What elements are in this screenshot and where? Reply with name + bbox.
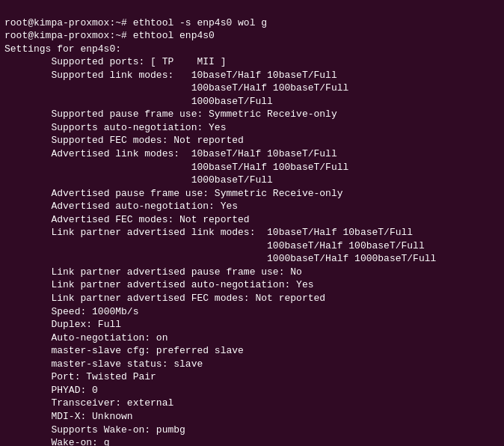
output-autoneg: Auto-negotiation: on	[4, 332, 168, 343]
output-advertised-link-1: Advertised link modes: 10baseT/Half 10ba…	[4, 148, 337, 159]
output-supported-pause: Supported pause frame use: Symmetric Rec…	[4, 109, 337, 120]
output-master-slave-cfg: master-slave cfg: preferred slave	[4, 345, 244, 356]
output-supported-link-modes-2: 100baseT/Half 100baseT/Full	[4, 82, 348, 94]
output-phyad: PHYAD: 0	[4, 385, 98, 396]
output-transceiver: Transceiver: external	[4, 397, 173, 409]
output-advertised-autoneg: Advertised auto-negotiation: Yes	[4, 201, 238, 212]
output-supports-wol: Supports Wake-on: pumbg	[4, 424, 185, 436]
output-lp-link-3: 1000baseT/Half 1000baseT/Full	[4, 253, 436, 264]
terminal-window[interactable]: root@kimpa-proxmox:~# ethtool -s enp4s0 …	[0, 0, 504, 446]
output-mdix: MDI-X: Unknown	[4, 411, 133, 422]
output-lp-fec: Link partner advertised FEC modes: Not r…	[4, 293, 325, 304]
output-advertised-fec: Advertised FEC modes: Not reported	[4, 214, 250, 225]
output-port: Port: Twisted Pair	[4, 371, 156, 382]
output-supported-link-modes-1: Supported link modes: 10baseT/Half 10bas…	[4, 70, 337, 81]
output-advertised-link-3: 1000baseT/Full	[4, 174, 273, 186]
output-lp-link-2: 100baseT/Half 100baseT/Full	[4, 240, 425, 251]
output-advertised-pause: Advertised pause frame use: Symmetric Re…	[4, 188, 343, 199]
output-supported-link-modes-3: 1000baseT/Full	[4, 96, 273, 107]
output-duplex: Duplex: Full	[4, 319, 121, 330]
output-speed: Speed: 1000Mb/s	[4, 306, 138, 317]
output-supported-fec: Supported FEC modes: Not reported	[4, 135, 244, 146]
output-lp-link-1: Link partner advertised link modes: 10ba…	[4, 227, 413, 238]
prompt-line-2: root@kimpa-proxmox:~# ethtool enp4s0	[4, 30, 215, 41]
output-supported-ports: Supported ports: [ TP MII ]	[4, 56, 226, 67]
output-master-slave-status: master-slave status: slave	[4, 358, 203, 370]
output-supports-autoneg: Supports auto-negotiation: Yes	[4, 122, 226, 133]
prompt-line-1: root@kimpa-proxmox:~# ethtool -s enp4s0 …	[4, 17, 267, 28]
terminal-content: root@kimpa-proxmox:~# ethtool -s enp4s0 …	[4, 17, 436, 446]
output-lp-autoneg: Link partner advertised auto-negotiation…	[4, 279, 313, 290]
output-wol: Wake-on: g	[4, 437, 109, 446]
output-advertised-link-2: 100baseT/Half 100baseT/Full	[4, 162, 348, 173]
output-settings: Settings for enp4s0:	[4, 43, 121, 55]
output-lp-pause: Link partner advertised pause frame use:…	[4, 266, 302, 278]
